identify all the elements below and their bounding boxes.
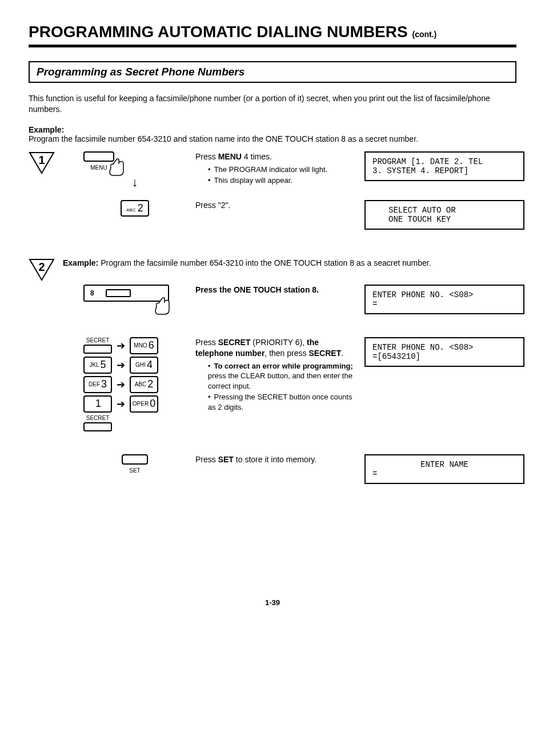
- menu-button-label: MENU: [83, 165, 114, 171]
- bullet: Pressing the SECRET button once counts a…: [208, 392, 355, 412]
- t: .: [341, 349, 343, 358]
- lcd-l2: =: [372, 469, 516, 478]
- step-2-header: 2 Example: Program the facsimile number …: [29, 258, 516, 281]
- step-2-number: 2: [29, 261, 55, 274]
- b: 4: [147, 359, 153, 371]
- set-label: SET: [122, 467, 148, 474]
- t: 4 times.: [242, 152, 272, 161]
- lcd-display-5: ENTER NAME=: [364, 454, 524, 484]
- t: Press: [195, 455, 218, 464]
- lcd-display-3: ENTER PHONE NO. <S08> =: [364, 285, 524, 314]
- key-big: 2: [138, 202, 143, 214]
- key-4-button[interactable]: GHI4: [130, 357, 158, 374]
- step-2-row: 8 Press the ONE TOUCH station 8. ENTER P…: [29, 285, 516, 314]
- key-2-button[interactable]: ABC 2: [121, 200, 149, 217]
- s: JKL: [89, 362, 99, 368]
- step-1-number: 1: [29, 154, 55, 167]
- arrow-right-icon: ➔: [117, 359, 125, 371]
- step-2b-bullets: To correct an error while programming; p…: [208, 361, 355, 413]
- menu-button[interactable]: [83, 151, 114, 162]
- page-number: 1-39: [29, 598, 516, 607]
- arrow-right-icon: ➔: [117, 398, 125, 410]
- step-2b-keypad: SECRET ➔ MNO6 JKL5 ➔ GHI4 DEF3 ➔ ABC2 1 …: [83, 337, 186, 431]
- key-0-button[interactable]: OPER0: [130, 395, 158, 413]
- section-heading-box: Programming as Secret Phone Numbers: [29, 61, 516, 83]
- example-body: Program the facsimile number 654-3210 an…: [29, 134, 418, 143]
- s: MNO: [134, 342, 147, 349]
- step-1-bullets: The PROGRAM indicator will light. This d…: [208, 165, 355, 186]
- arrow-right-icon: ➔: [117, 378, 125, 391]
- example-block: Example: Program the facsimile number 65…: [29, 125, 516, 143]
- set-button[interactable]: [122, 454, 148, 465]
- step-2b-instruction: Press SECRET (PRIORITY 6), the telephone…: [195, 337, 355, 414]
- key-6-button[interactable]: MNO6: [130, 337, 158, 354]
- step-2-button-col: 8: [83, 285, 186, 302]
- step-2c-row: SET Press SET to store it into memory. E…: [29, 454, 516, 484]
- b: 6: [149, 339, 154, 351]
- secret-label-top: SECRET: [83, 337, 112, 343]
- t: to store it into memory.: [234, 455, 316, 464]
- title-rule: [29, 45, 516, 47]
- step-1-button-col: MENU ↓: [83, 151, 186, 190]
- lcd-display-2: SELECT AUTO OR ONE TOUCH KEY: [364, 200, 524, 230]
- secret-button-bottom[interactable]: [83, 422, 112, 431]
- bullet: To correct an error while programming; p…: [208, 361, 355, 391]
- onetouch-8-button[interactable]: 8: [83, 285, 169, 302]
- bullet: This display will appear.: [208, 175, 355, 186]
- lcd-display-1: PROGRAM [1. DATE 2. TEL 3. SYSTEM 4. REP…: [364, 151, 524, 181]
- step-2-instruction: Press the ONE TOUCH station 8.: [195, 285, 355, 295]
- step-2c-instruction: Press SET to store it into memory.: [195, 454, 355, 465]
- b: 0: [150, 398, 155, 410]
- t: Press the ONE TOUCH station 8.: [195, 285, 319, 294]
- s: ABC: [135, 381, 147, 387]
- t: Example:: [63, 258, 98, 267]
- t: Press: [195, 338, 218, 347]
- t: SECRET: [308, 349, 341, 358]
- step-1b-row: ABC 2 Press "2". SELECT AUTO OR ONE TOUC…: [29, 200, 516, 230]
- section-title: Programming as Secret Phone Numbers: [37, 66, 245, 78]
- lcd-l1: ENTER NAME: [372, 460, 516, 469]
- key-2-button[interactable]: ABC2: [130, 376, 158, 393]
- t: SET: [218, 455, 234, 464]
- t: Program the facsimile number 654-3210 in…: [101, 258, 431, 267]
- t: , then press: [265, 349, 308, 358]
- title-main: PROGRAMMING AUTOMATIC DIALING NUMBERS: [29, 23, 408, 41]
- arrow-down-icon: ↓: [83, 175, 186, 190]
- intro-text: This function is useful for keeping a fa…: [29, 93, 516, 115]
- secret-label-bottom: SECRET: [83, 415, 112, 421]
- page-title: PROGRAMMING AUTOMATIC DIALING NUMBERS (c…: [29, 23, 516, 41]
- step-2c-button-col: SET: [83, 454, 186, 474]
- step-1-instruction: Press MENU 4 times. The PROGRAM indicato…: [195, 151, 355, 187]
- t: MENU: [218, 152, 242, 161]
- s: OPER: [133, 401, 149, 407]
- b: 5: [101, 359, 106, 371]
- t: To correct an error while programming;: [214, 362, 353, 370]
- key-sub: ABC: [126, 207, 135, 212]
- b: 3: [101, 378, 107, 390]
- s: GHI: [135, 362, 146, 368]
- step-1-marker: 1: [29, 151, 74, 174]
- t: press the CLEAR button, and then enter t…: [208, 371, 352, 390]
- s: DEF: [89, 381, 100, 387]
- lcd-display-4: ENTER PHONE NO. <S08> =[6543210]: [364, 337, 524, 367]
- onetouch-slot: [106, 289, 131, 297]
- step-1-row: 1 MENU ↓ Press MENU 4 times. The PROGRAM…: [29, 151, 516, 190]
- example-label: Example:: [29, 125, 64, 134]
- step-1b-instruction: Press "2".: [195, 200, 355, 211]
- t: SECRET: [218, 338, 251, 347]
- t: (PRIORITY 6),: [250, 338, 307, 347]
- arrow-right-icon: ➔: [117, 339, 125, 352]
- step-2b-row: SECRET ➔ MNO6 JKL5 ➔ GHI4 DEF3 ➔ ABC2 1 …: [29, 337, 516, 431]
- step-2-example: Example: Program the facsimile number 65…: [63, 258, 431, 267]
- secret-button-top[interactable]: [83, 345, 112, 354]
- title-cont: (cont.): [412, 30, 436, 39]
- b: 2: [147, 378, 153, 390]
- t: Press: [195, 152, 218, 161]
- bullet: The PROGRAM indicator will light.: [208, 165, 355, 175]
- key-1-button[interactable]: 1: [83, 395, 112, 413]
- step-1b-button-col: ABC 2: [83, 200, 186, 217]
- key-5-button[interactable]: JKL5: [83, 357, 112, 374]
- b: 1: [95, 398, 101, 410]
- onetouch-num: 8: [90, 289, 94, 297]
- key-3-button[interactable]: DEF3: [83, 376, 112, 393]
